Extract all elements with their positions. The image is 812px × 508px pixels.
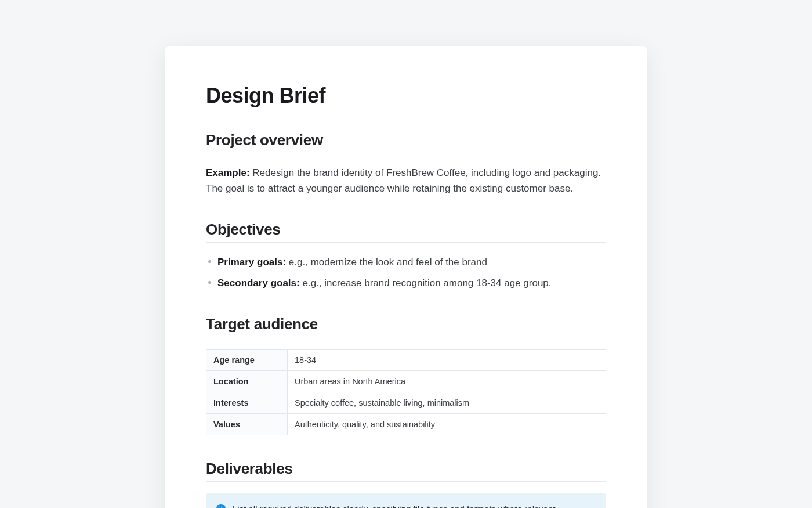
objective-text: e.g., modernize the look and feel of the… (289, 257, 487, 268)
section-project-overview: Project overview Example: Redesign the b… (206, 131, 606, 196)
overview-example-label: Example: (206, 167, 250, 178)
section-target-audience: Target audience Age range 18-34 Location… (206, 315, 606, 435)
objective-label: Primary goals: (217, 257, 286, 268)
objectives-list: Primary goals: e.g., modernize the look … (206, 254, 606, 290)
info-icon: i (216, 504, 226, 508)
audience-key: Interests (206, 392, 288, 413)
objective-label: Secondary goals: (217, 278, 300, 289)
table-row: Age range 18-34 (206, 349, 606, 370)
table-row: Location Urban areas in North America (206, 370, 606, 392)
document-title: Design Brief (206, 84, 606, 108)
section-heading-deliverables: Deliverables (206, 460, 606, 482)
overview-paragraph: Example: Redesign the brand identity of … (206, 165, 606, 196)
section-heading-objectives: Objectives (206, 221, 606, 243)
audience-value: 18-34 (288, 349, 606, 370)
table-row: Values Authenticity, quality, and sustai… (206, 413, 606, 435)
audience-key: Location (206, 370, 288, 392)
list-item: Secondary goals: e.g., increase brand re… (217, 275, 606, 291)
audience-table: Age range 18-34 Location Urban areas in … (206, 349, 606, 435)
info-callout: i List all required deliverables clearly… (206, 493, 606, 508)
section-heading-overview: Project overview (206, 131, 606, 153)
section-heading-audience: Target audience (206, 315, 606, 337)
section-objectives: Objectives Primary goals: e.g., moderniz… (206, 221, 606, 290)
objective-text: e.g., increase brand recognition among 1… (302, 278, 551, 289)
audience-value: Specialty coffee, sustainable living, mi… (288, 392, 606, 413)
table-row: Interests Specialty coffee, sustainable … (206, 392, 606, 413)
audience-key: Values (206, 413, 288, 435)
audience-value: Authenticity, quality, and sustainabilit… (288, 413, 606, 435)
document-card: Design Brief Project overview Example: R… (165, 46, 647, 508)
audience-value: Urban areas in North America (288, 370, 606, 392)
list-item: Primary goals: e.g., modernize the look … (217, 254, 606, 270)
audience-key: Age range (206, 349, 288, 370)
info-callout-text: List all required deliverables clearly, … (233, 503, 558, 508)
section-deliverables: Deliverables i List all required deliver… (206, 460, 606, 508)
overview-example-text: Redesign the brand identity of FreshBrew… (206, 167, 601, 194)
